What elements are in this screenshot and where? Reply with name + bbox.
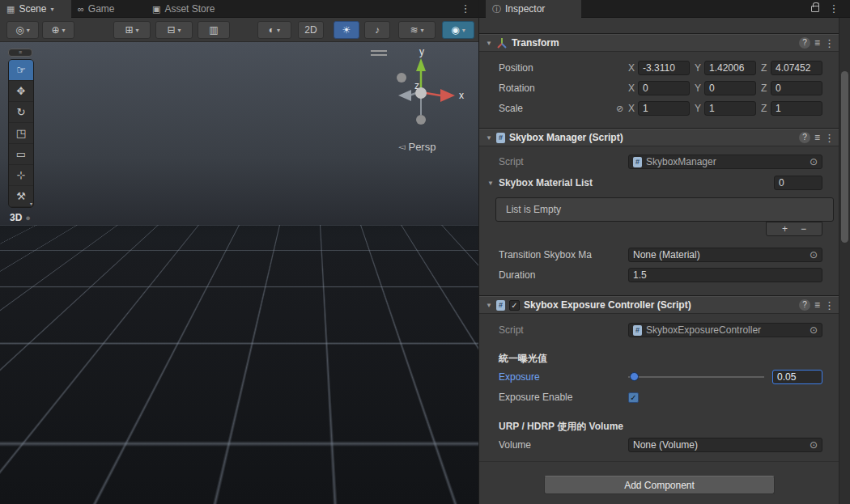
inspector-menu-kebab-icon[interactable]: ⋮ bbox=[827, 2, 840, 16]
scene-lighting-button[interactable]: ☀ bbox=[334, 21, 359, 39]
scene-menu-kebab-icon[interactable]: ⋮ bbox=[459, 2, 472, 16]
rotation-row: Rotation X 0 Y 0 Z 0 bbox=[499, 80, 822, 96]
position-z-field[interactable]: 4.07452 bbox=[771, 61, 822, 75]
exposure-enable-checkbox[interactable]: ✓ bbox=[628, 392, 639, 403]
overlay-grip-icon[interactable]: ≡ bbox=[8, 49, 32, 57]
projection-label[interactable]: ◅ Persp bbox=[398, 141, 436, 153]
draw-mode-button[interactable]: ◐ ▾ bbox=[257, 21, 291, 39]
slider-thumb[interactable] bbox=[630, 372, 639, 381]
move-snap-button[interactable]: ⊟ ▾ bbox=[155, 21, 193, 39]
rotation-y-field[interactable]: 0 bbox=[704, 81, 756, 95]
exposure-enable-label: Exposure Enable bbox=[499, 392, 616, 403]
kebab-icon[interactable]: ⋮ bbox=[824, 37, 832, 49]
help-icon[interactable]: ? bbox=[799, 132, 810, 143]
help-icon[interactable]: ? bbox=[799, 37, 810, 49]
foldout-icon[interactable]: ▼ bbox=[486, 134, 492, 142]
skybox-manager-header[interactable]: ▼ # Skybox Manager (Script) ? ≡ ⋮ bbox=[479, 129, 839, 146]
axis-z-label: Z bbox=[761, 62, 771, 74]
hand-icon: ☞ bbox=[16, 64, 26, 76]
scale-y-field[interactable]: 1 bbox=[704, 101, 756, 116]
foldout-icon[interactable]: ▼ bbox=[486, 302, 492, 309]
hand-tool-button[interactable]: ☞ bbox=[9, 60, 33, 81]
axis-x-label: X bbox=[628, 103, 638, 114]
transition-skybox-row: Transition Skybox Ma None (Material) ⊙ bbox=[499, 247, 822, 263]
2d-toggle-button[interactable]: 2D bbox=[298, 21, 324, 39]
kebab-icon[interactable]: ⋮ bbox=[824, 132, 832, 144]
script-object-field[interactable]: # SkyboxManager ⊙ bbox=[628, 155, 822, 169]
exposure-value-field[interactable]: 0.05 bbox=[772, 370, 822, 384]
effects-icon: ≋ bbox=[410, 24, 418, 36]
rotation-z-field[interactable]: 0 bbox=[771, 81, 822, 95]
scene-viewport[interactable]: ≡ ☞ ✥ ↻ ◳ ▭ bbox=[0, 42, 478, 504]
chevron-down-icon: ▾ bbox=[27, 27, 30, 34]
object-picker-icon[interactable]: ⊙ bbox=[810, 155, 818, 168]
scale-z-field[interactable]: 1 bbox=[771, 101, 822, 116]
rect-tool-button[interactable]: ▭ bbox=[9, 144, 33, 165]
script-row: Script # SkyboxManager ⊙ bbox=[499, 154, 822, 170]
transform-header[interactable]: ▼ Transform ? ≡ ⋮ bbox=[479, 34, 839, 52]
rotation-x-field[interactable]: 0 bbox=[638, 81, 690, 95]
position-y-field[interactable]: 1.42006 bbox=[704, 61, 756, 75]
tools-overlay: ≡ ☞ ✥ ↻ ◳ ▭ bbox=[8, 49, 34, 208]
custom-tool-button[interactable]: ⚒ ▾ bbox=[9, 186, 33, 207]
empty-list-text: List is Empty bbox=[506, 204, 561, 215]
kebab-icon[interactable]: ⋮ bbox=[824, 299, 832, 311]
exposure-controller-header[interactable]: ▼ # ✓ Skybox Exposure Controller (Script… bbox=[479, 296, 839, 314]
empty-list-box: List is Empty bbox=[495, 197, 834, 222]
orientation-gizmo[interactable]: y x z bbox=[379, 47, 468, 142]
scene-pane: ▦ Scene ▾ ∞ Game ▣ Asset Store ⋮ ◎ ▾ ⊕ ▾ bbox=[0, 0, 478, 504]
exposure-row: Exposure 0.05 bbox=[499, 369, 822, 385]
scene-visibility-button[interactable]: ◉ ▾ bbox=[442, 21, 474, 39]
add-element-button[interactable]: + bbox=[782, 222, 788, 235]
skybox-material-list-row[interactable]: ▼ Skybox Material List 0 bbox=[487, 175, 822, 191]
tab-inspector[interactable]: ⓘ Inspector bbox=[486, 0, 581, 18]
presets-icon[interactable]: ≡ bbox=[814, 299, 820, 311]
component-enabled-checkbox[interactable]: ✓ bbox=[509, 300, 520, 311]
foldout-icon[interactable]: ▼ bbox=[486, 40, 492, 47]
tool-handle-pivot-button[interactable]: ◎ ▾ bbox=[6, 21, 39, 39]
script-object-field[interactable]: # SkyboxExposureController ⊙ bbox=[628, 323, 822, 337]
transition-material-field[interactable]: None (Material) ⊙ bbox=[628, 248, 822, 262]
foldout-icon[interactable]: ▼ bbox=[487, 180, 494, 187]
shaded-mode-icon: ◐ bbox=[269, 24, 274, 36]
grid-snap-button[interactable]: ⊞ ▾ bbox=[113, 21, 151, 39]
link-broken-icon[interactable]: ⊘ bbox=[616, 104, 628, 114]
object-picker-icon[interactable]: ⊙ bbox=[810, 248, 818, 261]
rotate-tool-button[interactable]: ↻ bbox=[9, 102, 33, 123]
exposure-slider[interactable] bbox=[628, 376, 764, 378]
remove-element-button[interactable]: − bbox=[801, 222, 806, 235]
transition-label: Transition Skybox Ma bbox=[499, 249, 616, 260]
exposure-enable-row: Exposure Enable ✓ bbox=[499, 389, 822, 405]
tab-game-label: Game bbox=[88, 3, 115, 15]
tab-asset-store-label: Asset Store bbox=[164, 3, 215, 15]
object-picker-icon[interactable]: ⊙ bbox=[810, 324, 818, 337]
tab-game[interactable]: ∞ Game bbox=[71, 0, 146, 18]
scene-audio-button[interactable]: ♪ bbox=[364, 21, 390, 39]
duration-field[interactable]: 1.5 bbox=[628, 268, 822, 282]
object-picker-icon[interactable]: ⊙ bbox=[810, 438, 818, 451]
scale-x-field[interactable]: 1 bbox=[638, 101, 690, 116]
lock-icon[interactable] bbox=[811, 6, 819, 12]
add-component-button[interactable]: Add Component bbox=[544, 476, 775, 494]
scrollbar-thumb[interactable] bbox=[841, 71, 848, 243]
move-tool-button[interactable]: ✥ bbox=[9, 81, 33, 102]
tool-handle-rotation-button[interactable]: ⊕ ▾ bbox=[42, 21, 74, 39]
3d-overlay-label[interactable]: 3D ● bbox=[10, 212, 31, 223]
effects-button[interactable]: ≋ ▾ bbox=[398, 21, 436, 39]
volume-object-field[interactable]: None (Volume) ⊙ bbox=[628, 438, 822, 452]
help-icon[interactable]: ? bbox=[799, 299, 810, 311]
move-icon: ✥ bbox=[17, 85, 26, 97]
scale-tool-button[interactable]: ◳ bbox=[9, 123, 33, 144]
position-x-field[interactable]: -3.3110 bbox=[638, 61, 690, 75]
snap-increment-button[interactable]: ▥ bbox=[198, 21, 230, 39]
tab-asset-store[interactable]: ▣ Asset Store bbox=[146, 0, 247, 18]
tab-scene[interactable]: ▦ Scene ▾ bbox=[0, 0, 71, 18]
scale-label: Scale bbox=[499, 103, 616, 114]
presets-icon[interactable]: ≡ bbox=[814, 37, 820, 49]
list-size-field[interactable]: 0 bbox=[774, 176, 822, 190]
gizmo-x-label: x bbox=[459, 90, 464, 101]
inspector-scrollbar[interactable] bbox=[839, 18, 850, 504]
transform-tool-button[interactable]: ⊹ bbox=[9, 165, 33, 186]
presets-icon[interactable]: ≡ bbox=[814, 132, 820, 143]
volume-section-header: URP / HDRP 使用的 Volume bbox=[499, 418, 822, 434]
